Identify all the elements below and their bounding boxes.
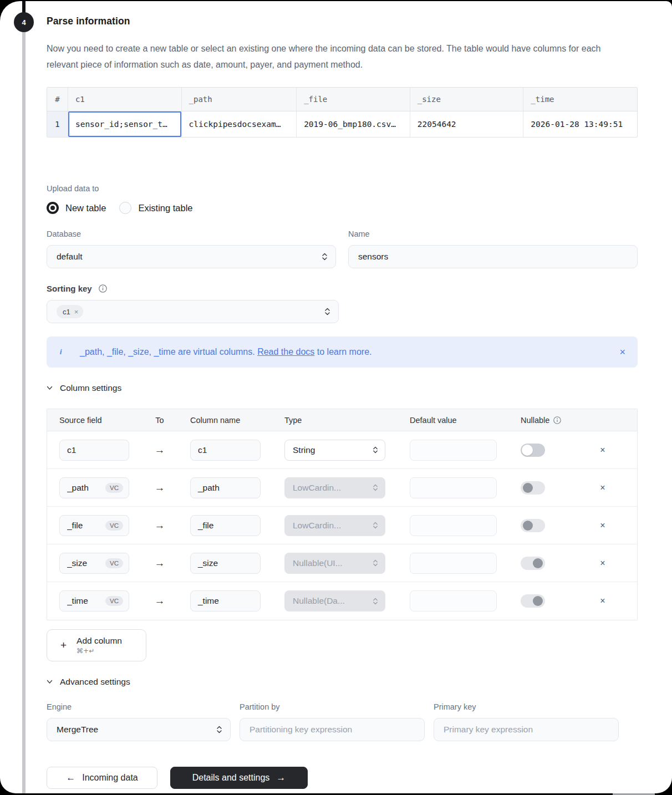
primary-key-input[interactable] [444, 725, 610, 735]
details-and-settings-button[interactable]: Details and settings → [170, 767, 308, 789]
nullable-toggle[interactable] [521, 444, 545, 457]
banner-close-icon[interactable]: × [619, 346, 625, 358]
preview-row-number: 1 [47, 111, 68, 137]
source-field-input[interactable]: c1 VC [59, 440, 129, 461]
table-choice-radio-group: New table Existing table [47, 202, 638, 214]
column-settings-header: Source field To Column name Type Default… [47, 409, 637, 431]
keyboard-shortcut: ⌘+↵ [77, 647, 122, 655]
radio-existing-table-control[interactable] [119, 202, 131, 214]
preview-cell-size[interactable]: 22054642 [410, 111, 524, 137]
sorting-key-label: Sorting key [47, 284, 92, 293]
remove-row-icon[interactable]: × [600, 521, 605, 531]
column-name-input[interactable]: c1 [190, 440, 261, 461]
add-column-button[interactable]: + Add column ⌘+↵ [47, 629, 146, 661]
header-default-value: Default value [410, 416, 497, 425]
virtual-column-badge: VC [105, 483, 123, 493]
nullable-toggle[interactable] [521, 594, 545, 608]
page-description: Now you need to create a new table or se… [47, 40, 626, 73]
preview-header-size: _size [410, 88, 524, 111]
chevron-updown-icon [373, 446, 378, 454]
chevron-updown-icon [324, 307, 330, 316]
column-settings-toggle[interactable]: Column settings [47, 383, 638, 393]
banner-text-after: to learn more. [314, 347, 371, 356]
parse-information-card: 4 Parse information Now you need to crea… [0, 1, 672, 793]
column-mapping-row: _size VC → _size Nullable(UI... × [47, 544, 637, 582]
column-name-input[interactable]: _path [190, 477, 261, 498]
remove-row-icon[interactable]: × [600, 596, 605, 606]
preview-cell-path[interactable]: clickpipesdocsexam… [182, 111, 297, 137]
column-mapping-row: _file VC → _file LowCardin... × [47, 507, 637, 544]
chevron-down-icon [47, 680, 53, 684]
default-value-input[interactable] [410, 477, 497, 498]
name-label: Name [348, 230, 638, 238]
chevron-updown-icon [322, 252, 328, 261]
radio-new-table-control[interactable] [47, 202, 59, 214]
column-name-input[interactable]: _size [190, 553, 261, 574]
advanced-settings-title: Advanced settings [60, 677, 130, 687]
preview-header-row: # c1 _path _file _size _time [47, 88, 637, 111]
arrow-right-icon: → [155, 444, 165, 456]
type-select[interactable]: Nullable(Da... [284, 590, 385, 611]
radio-new-table[interactable]: New table [47, 202, 106, 214]
engine-label: Engine [47, 702, 231, 711]
source-field-input[interactable]: _file VC [59, 515, 129, 536]
remove-row-icon[interactable]: × [600, 558, 605, 568]
preview-header-file: _file [297, 88, 410, 111]
remove-row-icon[interactable]: × [600, 445, 605, 455]
partition-by-input[interactable] [250, 725, 416, 735]
preview-cell-c1[interactable]: sensor_id;sensor_t… [68, 111, 182, 137]
primary-key-label: Primary key [434, 702, 619, 711]
default-value-input[interactable] [410, 590, 497, 611]
source-field-input[interactable]: _path VC [59, 477, 129, 498]
source-field-input[interactable]: _time VC [59, 590, 129, 611]
primary-key-field [434, 718, 619, 741]
type-select[interactable]: LowCardin... [284, 477, 385, 498]
column-name-input[interactable]: _time [190, 590, 261, 611]
default-value-input[interactable] [410, 553, 497, 574]
column-settings-table: Source field To Column name Type Default… [47, 409, 638, 620]
header-to: To [155, 416, 164, 425]
default-value-input[interactable] [410, 440, 497, 461]
nullable-toggle[interactable] [521, 519, 545, 532]
preview-cell-file[interactable]: 2019-06_bmp180.csv… [297, 111, 410, 137]
partition-by-label: Partition by [240, 702, 425, 711]
type-select[interactable]: LowCardin... [284, 515, 385, 536]
virtual-column-badge: VC [105, 596, 123, 606]
preview-header-index: # [47, 88, 68, 111]
preview-header-time: _time [523, 88, 637, 111]
column-mapping-row: _path VC → _path LowCardin... × [47, 469, 637, 507]
default-value-input[interactable] [410, 515, 497, 536]
nullable-toggle[interactable] [521, 557, 545, 570]
remove-row-icon[interactable]: × [600, 483, 605, 493]
sorting-key-select[interactable]: c1 × [47, 300, 339, 323]
info-icon[interactable] [553, 416, 561, 424]
column-mapping-row: c1 VC → c1 String × [47, 431, 637, 469]
radio-existing-table[interactable]: Existing table [119, 202, 192, 214]
type-select[interactable]: Nullable(UI... [284, 553, 385, 574]
database-select[interactable]: default [47, 245, 336, 268]
arrow-left-icon: ← [66, 772, 75, 783]
stepper-line-pending [22, 32, 26, 793]
engine-select[interactable]: MergeTree [47, 718, 231, 741]
info-icon[interactable] [99, 284, 107, 293]
type-select[interactable]: String [284, 440, 385, 461]
arrow-right-icon: → [155, 482, 165, 494]
database-label: Database [47, 230, 336, 238]
nullable-toggle[interactable] [521, 481, 545, 495]
table-name-input[interactable] [358, 252, 629, 262]
virtual-column-badge: VC [105, 521, 123, 531]
read-the-docs-link[interactable]: Read the docs [257, 347, 314, 356]
header-column-name: Column name [190, 416, 261, 425]
preview-cell-time[interactable]: 2026-01-28 13:49:51 [523, 111, 637, 137]
page-title: Parse information [47, 16, 638, 27]
preview-header-c1: c1 [68, 88, 182, 111]
column-settings-title: Column settings [60, 383, 121, 393]
chip-remove-icon[interactable]: × [74, 308, 79, 316]
chevron-updown-icon [373, 597, 378, 605]
step-number-badge: 4 [14, 12, 34, 32]
table-name-field [348, 245, 638, 268]
advanced-settings-toggle[interactable]: Advanced settings [47, 677, 638, 687]
source-field-input[interactable]: _size VC [59, 553, 129, 574]
incoming-data-button[interactable]: ← Incoming data [47, 767, 157, 789]
column-name-input[interactable]: _file [190, 515, 261, 536]
